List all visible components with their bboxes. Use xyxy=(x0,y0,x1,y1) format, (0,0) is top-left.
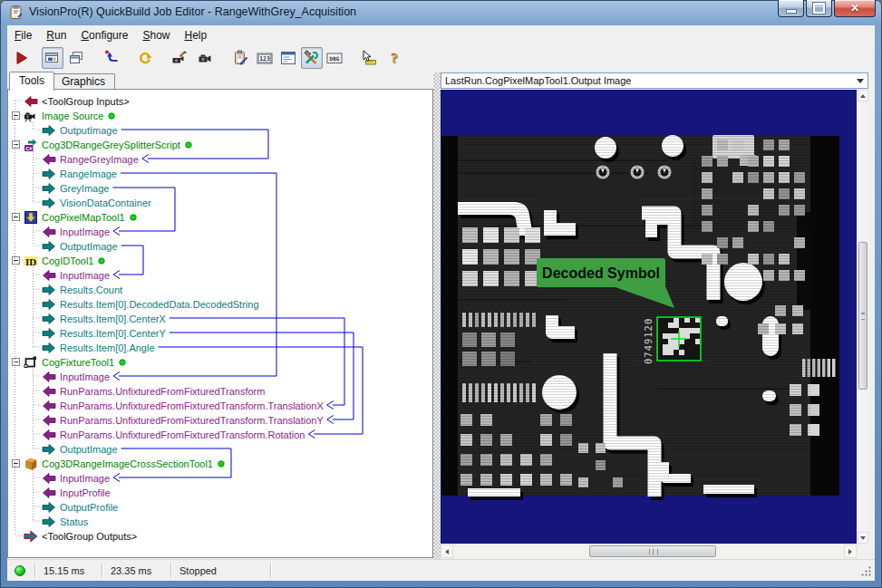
expand-collapse-box[interactable] xyxy=(12,213,20,221)
tree-item-cog3drangeimagecrosssectiontool1[interactable]: Cog3DRangeImageCrossSectionTool1 xyxy=(8,457,432,471)
tree-item-label: Results.Item[0].CenterX xyxy=(60,313,166,324)
tree-item-cog3drangegreysplitterscript[interactable]: C#Cog3DRangeGreySplitterScript xyxy=(8,138,432,152)
output-arrow-icon xyxy=(42,442,56,457)
scroll-left-button[interactable] xyxy=(441,545,453,558)
output-arrow-icon xyxy=(42,326,56,341)
camera-button[interactable] xyxy=(194,47,216,69)
scroll-down-button[interactable] xyxy=(858,532,868,544)
numeric-results-button[interactable]: 123 xyxy=(254,47,276,69)
image-display[interactable]: 0749120 Decoded Symbol xyxy=(441,90,857,544)
tree-item-outputimage[interactable]: OutputImage xyxy=(8,123,432,138)
run-icon xyxy=(14,50,30,66)
svg-text:ID: ID xyxy=(25,256,36,267)
close-icon: ✕ xyxy=(850,1,859,16)
help-button[interactable]: ?? xyxy=(383,47,405,69)
cascade-windows-button[interactable] xyxy=(65,47,87,69)
resize-grip[interactable] xyxy=(860,565,872,577)
tree-item-outputimage[interactable]: OutputImage xyxy=(8,239,432,254)
tree-item-results-item-0-centerx[interactable]: Results.Item[0].CenterX xyxy=(8,312,432,326)
tree-item-inputprofile[interactable]: InputProfile xyxy=(8,486,432,500)
tree-item-label: <ToolGroup Outputs> xyxy=(42,531,137,542)
tree-item-runparams-unfixturedfromfixturedtransform-rotation[interactable]: RunParams.UnfixturedFromFixturedTransfor… xyxy=(8,428,432,442)
vertical-scroll-thumb[interactable] xyxy=(858,242,867,390)
edit-job-button[interactable] xyxy=(230,47,252,69)
decoded-code-text: 0749120 xyxy=(643,318,654,364)
record-image-button[interactable] xyxy=(169,47,190,69)
tree-item-inputimage[interactable]: InputImage xyxy=(8,268,432,283)
debug-icon: DBG xyxy=(326,50,343,66)
tree-item-inputimage[interactable]: InputImage xyxy=(8,225,432,239)
image-source-dropdown[interactable]: LastRun.CogPixelMapTool1.Output Image xyxy=(441,72,868,89)
expand-collapse-box[interactable] xyxy=(12,256,20,265)
output-arrow-icon xyxy=(42,515,56,529)
menu-show[interactable]: Show xyxy=(135,27,177,43)
tree-item-rangegreyimage[interactable]: RangeGreyImage xyxy=(8,152,432,167)
tree-item-toolgroup-outputs[interactable]: <ToolGroup Outputs> xyxy=(8,529,432,544)
expand-collapse-box[interactable] xyxy=(12,459,20,468)
list-view-icon xyxy=(280,50,296,66)
tree-item-outputimage[interactable]: OutputImage xyxy=(8,442,432,457)
tree-item-results-item-0-decodeddata-decodedstring[interactable]: Results.Item[0].DecodedData.DecodedStrin… xyxy=(8,297,432,312)
rerun-button[interactable] xyxy=(134,47,156,69)
tree-item-visiondatacontainer[interactable]: VisionDataContainer xyxy=(8,196,432,210)
tree-item-greyimage[interactable]: GreyImage xyxy=(8,181,432,196)
title-bar[interactable]: VisionPro(R) QuickBuild Job Editor - Ran… xyxy=(0,0,882,25)
scroll-up-button[interactable] xyxy=(858,90,868,101)
tree-item-image-source[interactable]: Image Source xyxy=(8,109,432,123)
tree-item-cogfixturetool1[interactable]: CogFixtureTool1 xyxy=(8,355,432,370)
menu-run[interactable]: Run xyxy=(39,27,73,43)
pixelmap-tool-icon xyxy=(24,210,38,225)
menu-configure[interactable]: Configure xyxy=(73,27,135,43)
measure-pointer-button[interactable] xyxy=(358,47,380,69)
vertical-scrollbar[interactable] xyxy=(858,90,868,544)
expand-collapse-box[interactable] xyxy=(12,140,20,149)
menu-file[interactable]: File xyxy=(7,27,39,43)
tools-button[interactable] xyxy=(301,47,323,69)
output-arrow-icon xyxy=(42,500,56,515)
application-window: VisionPro(R) QuickBuild Job Editor - Ran… xyxy=(0,0,882,588)
tree-item-status[interactable]: Status xyxy=(8,515,432,529)
run-indicator-led xyxy=(15,565,25,576)
tree-item-label: InputProfile xyxy=(60,487,111,498)
maximize-button[interactable] xyxy=(806,0,832,17)
expand-collapse-box[interactable] xyxy=(12,358,20,366)
minimize-button[interactable] xyxy=(778,0,804,17)
tree-item-cogpixelmaptool1[interactable]: CogPixelMapTool1 xyxy=(8,210,432,225)
tree-item-rangeimage[interactable]: RangeImage xyxy=(8,167,432,181)
horizontal-scrollbar[interactable] xyxy=(441,545,857,559)
reset-button[interactable] xyxy=(102,47,123,69)
show-image-window-button[interactable] xyxy=(42,47,63,69)
tree-item-label: Status xyxy=(60,516,88,527)
minimize-icon xyxy=(786,9,797,14)
tree-item-runparams-unfixturedfromfixturedtransform-translationx[interactable]: RunParams.UnfixturedFromFixturedTransfor… xyxy=(8,399,432,413)
tab-tools[interactable]: Tools xyxy=(9,72,54,91)
tree-item-inputimage[interactable]: InputImage xyxy=(8,471,432,486)
tree-item-results-item-0-angle[interactable]: Results.Item[0].Angle xyxy=(8,341,432,355)
tree-item-label: RangeGreyImage xyxy=(60,154,139,165)
tree-item-label: VisionDataContainer xyxy=(60,198,151,208)
tree-item-outputprofile[interactable]: OutputProfile xyxy=(8,500,432,515)
tree-item-results-count[interactable]: Results.Count xyxy=(8,283,432,297)
script-tool-icon: C# xyxy=(24,138,38,152)
tab-graphics[interactable]: Graphics xyxy=(52,73,115,90)
triangle-left-icon xyxy=(445,549,449,554)
horizontal-scroll-thumb[interactable] xyxy=(589,545,716,557)
tree-item-runparams-unfixturedfromfixturedtransform-translationy[interactable]: RunParams.UnfixturedFromFixturedTransfor… xyxy=(8,413,432,428)
debug-button[interactable]: DBG xyxy=(324,47,345,69)
group-output-arrow-icon xyxy=(24,529,38,544)
input-arrow-icon xyxy=(42,399,56,413)
run-button[interactable] xyxy=(11,47,33,69)
expand-collapse-box[interactable] xyxy=(12,111,20,120)
tree-item-inputimage[interactable]: InputImage xyxy=(8,370,432,384)
output-arrow-icon xyxy=(42,167,56,181)
close-button[interactable]: ✕ xyxy=(834,0,876,17)
camera-icon xyxy=(197,50,213,66)
tree-item-runparams-unfixturedfromfixturedtransform[interactable]: RunParams.UnfixturedFromFixturedTransfor… xyxy=(8,384,432,399)
menu-help[interactable]: Help xyxy=(177,27,214,43)
list-view-button[interactable] xyxy=(277,47,299,69)
tree-item-results-item-0-centery[interactable]: Results.Item[0].CenterY xyxy=(8,326,432,341)
scroll-right-button[interactable] xyxy=(844,545,857,558)
panel-splitter[interactable] xyxy=(433,72,441,559)
tree-item-cogidtool1[interactable]: IDCogIDTool1 xyxy=(8,254,432,268)
tree-item-toolgroup-inputs[interactable]: <ToolGroup Inputs> xyxy=(8,94,432,109)
